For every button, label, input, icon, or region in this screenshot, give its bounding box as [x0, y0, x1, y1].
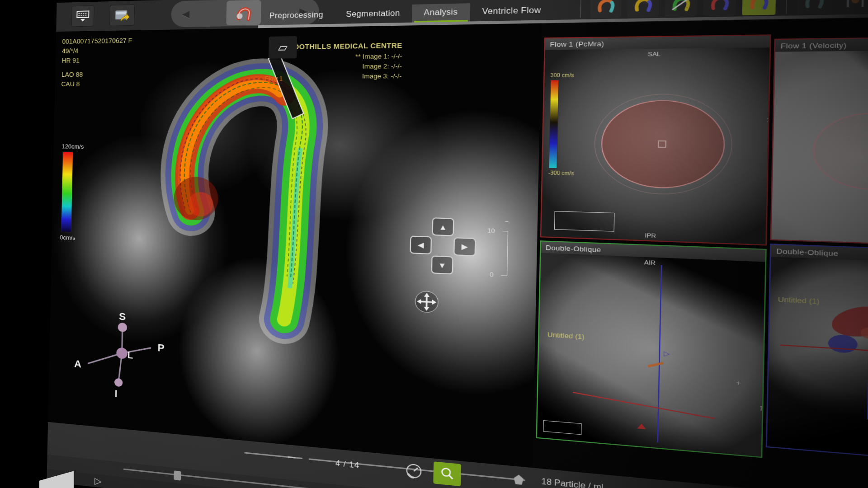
angle-lao: LAO 88: [61, 70, 132, 80]
timeline-knob[interactable]: [174, 470, 181, 480]
image2-status: Image 2: -/-/-: [271, 61, 402, 72]
plane-marker: [648, 362, 664, 368]
axis-handle-triangle[interactable]: [637, 423, 646, 429]
patient-info: 001A00717520170627 F 49/*/4 HR 91 LAO 88…: [61, 36, 132, 89]
play-icon: ▷: [94, 475, 102, 487]
aorta-flow-view-icon[interactable]: [590, 0, 622, 18]
tab-analysis[interactable]: Analysis: [412, 3, 470, 23]
zoom-button[interactable]: [433, 461, 461, 486]
colorbar-gradient: [61, 151, 73, 232]
frame-counter: 4 / 14: [335, 459, 360, 470]
down-arrow-icon: ▼: [438, 261, 446, 270]
velocity-roi-contour[interactable]: [798, 101, 868, 203]
axis-handle-icon[interactable]: ▷: [664, 349, 670, 358]
flow-roi-contour[interactable]: [583, 86, 744, 205]
app-window: ◄ ► PreprocessingSegmentationAnalysisVen…: [47, 0, 868, 488]
orientation-marker: S A P L I: [66, 308, 179, 408]
panel-colorbar-min: -300 cm/s: [548, 170, 574, 176]
annotation-box[interactable]: [554, 211, 615, 232]
panel-double-oblique-1[interactable]: Double-Oblique AIR ▷ Untitled (1) 10 0 +: [536, 240, 766, 458]
cine-speed-button[interactable]: [402, 460, 426, 482]
aorta-outline-icon: [802, 0, 826, 10]
zoom-scale-min: 0: [490, 271, 494, 278]
aorta-plane-icon: [670, 0, 692, 13]
stage: ◄ ► PreprocessingSegmentationAnalysisVen…: [0, 0, 868, 488]
slider-tick: [288, 456, 296, 459]
zoom-scale-bracket: [501, 231, 508, 276]
display-layout-button[interactable]: [71, 5, 94, 27]
gauge-icon: [405, 462, 423, 480]
svg-text:L: L: [127, 350, 133, 361]
import-study-icon: [114, 8, 130, 22]
aorta-streamlines-icon[interactable]: [742, 0, 776, 15]
patient-id: 001A00717520170627 F: [62, 36, 132, 46]
panel-flow1-velocity[interactable]: Flow 1 (Velocity) SAL: [770, 36, 868, 247]
zoom-scale-max: 10: [487, 227, 495, 235]
up-arrow-icon: ▲: [439, 222, 447, 231]
particle-slider-knob[interactable]: [514, 474, 524, 485]
svg-text:P: P: [157, 342, 165, 354]
patient-hr: HR 91: [61, 55, 132, 66]
pan-up-button[interactable]: ▲: [432, 217, 454, 236]
angle-cau: CAU 8: [61, 79, 131, 89]
tab-preprocessing[interactable]: Preprocessing: [258, 6, 335, 25]
orientation-label-top: AIR: [644, 259, 656, 266]
pan-left-button[interactable]: ◀: [410, 235, 432, 254]
aorta-particles-icon[interactable]: [703, 0, 736, 16]
aorta-segments-icon: [632, 0, 654, 14]
panel-colorbar: 300 cm/s -300 cm/s: [548, 72, 576, 176]
display-layout-icon: [76, 10, 90, 22]
svg-text:I: I: [114, 388, 118, 399]
tab-ventricle-flow[interactable]: Ventricle Flow: [470, 1, 554, 22]
aorta-icon: [234, 3, 254, 22]
ventricle-view-icon[interactable]: [838, 0, 868, 14]
svg-text:S: S: [119, 310, 126, 323]
svg-text:A: A: [74, 358, 82, 370]
panel-colorbar-max: 300 cm/s: [550, 72, 576, 78]
panel-title: Flow 1 (Velocity): [775, 38, 868, 52]
image3-status: Image 3: -/-/-: [270, 71, 401, 82]
pan-cursor-icon[interactable]: [414, 290, 439, 314]
orientation-label-bottom: IPR: [645, 232, 656, 239]
aorta-streamlines-icon: [747, 0, 771, 11]
orientation-label-top: SAL: [648, 51, 660, 57]
pan-right-button[interactable]: ▶: [453, 237, 476, 256]
panel-flow1-pcmra[interactable]: Flow 1 (PcMra) SAL 300 cm/s -300 cm/s IP…: [540, 34, 771, 245]
current-structure-button[interactable]: [226, 0, 261, 25]
right-arrow-icon: ▶: [462, 242, 468, 252]
aorta-plane-icon[interactable]: [665, 0, 697, 17]
pan-down-button[interactable]: ▼: [431, 255, 453, 274]
minus-icon: −: [505, 218, 509, 225]
magnifier-icon: [439, 466, 455, 482]
left-arrow-icon: ◀: [418, 240, 424, 249]
aorta-flow-view-icon: [595, 0, 617, 14]
import-study-button[interactable]: [109, 5, 135, 26]
particle-density-label: 18 Particle / ml: [541, 477, 604, 488]
aorta-outline-icon[interactable]: [797, 0, 832, 14]
ventricle-view-icon: [843, 0, 868, 9]
toolbar-separator: [580, 0, 581, 18]
aorta-particles-icon: [708, 0, 731, 12]
toolbar-separator: [786, 0, 787, 14]
aorta-segments-icon[interactable]: [627, 0, 659, 18]
velocity-colorbar: 120cm/s 0cm/s: [60, 143, 112, 243]
panel-double-oblique-2[interactable]: Double-Oblique Untitled (1) SAL 10 0 +: [766, 244, 868, 464]
parallelogram-icon: ▱: [278, 41, 288, 54]
patient-age: 49/*/4: [62, 46, 132, 56]
roi-name-label: Untitled (1): [547, 331, 585, 341]
roi-name-label: Untitled (1): [778, 295, 820, 305]
annotation-box[interactable]: [543, 420, 582, 435]
oblique-axis-vertical[interactable]: [657, 265, 662, 443]
3d-flow-viewport[interactable]: Flow 1 001A00717520170627 F 49/*/4 HR 91…: [48, 23, 542, 469]
prev-structure-button[interactable]: ◄: [179, 8, 192, 20]
plane-tool-button[interactable]: ▱: [269, 36, 297, 59]
plus-marker-icon: +: [736, 379, 741, 387]
colorbar-max-label: 120cm/s: [61, 143, 111, 150]
play-button[interactable]: ▷: [88, 474, 108, 488]
tab-segmentation[interactable]: Segmentation: [335, 5, 412, 24]
oblique-axis-horizontal[interactable]: [573, 392, 715, 419]
